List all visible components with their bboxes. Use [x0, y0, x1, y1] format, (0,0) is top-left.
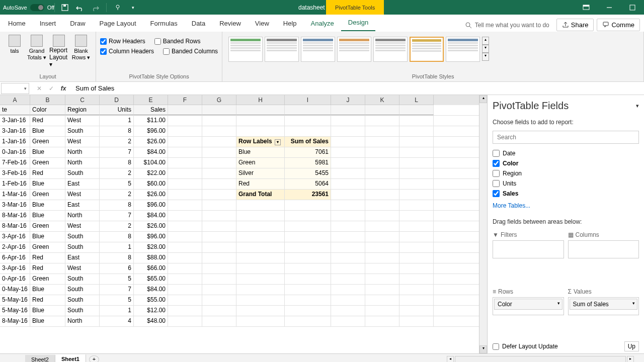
field-checkbox[interactable]: Region: [493, 170, 639, 177]
cell[interactable]: $11.00: [134, 116, 168, 126]
cell[interactable]: [285, 263, 331, 274]
subtotals-button[interactable]: tals: [4, 34, 25, 69]
cell[interactable]: [168, 158, 202, 168]
cell[interactable]: North: [65, 158, 100, 168]
cell[interactable]: Red: [30, 168, 65, 178]
cell[interactable]: [285, 211, 331, 221]
col-header[interactable]: H: [236, 95, 285, 105]
cell[interactable]: 2: [100, 168, 134, 178]
cell[interactable]: $26.00: [134, 190, 168, 200]
cell[interactable]: 7-Feb-16: [0, 158, 30, 168]
cell[interactable]: [202, 116, 236, 126]
rows-area[interactable]: ≡Rows Color: [493, 286, 564, 339]
cell[interactable]: [365, 147, 399, 157]
cell[interactable]: South: [65, 126, 100, 136]
cell[interactable]: [365, 126, 399, 136]
col-header[interactable]: A: [0, 95, 30, 105]
cell[interactable]: 5455: [285, 168, 331, 178]
col-header[interactable]: I: [285, 95, 331, 105]
cell[interactable]: [202, 105, 236, 115]
cell[interactable]: Units: [100, 105, 134, 115]
cell[interactable]: [236, 316, 285, 326]
cell[interactable]: 8: [100, 200, 134, 210]
scroll-down-icon[interactable]: ▾: [479, 345, 487, 353]
cell[interactable]: [236, 105, 285, 115]
cell[interactable]: [331, 295, 365, 305]
cell[interactable]: [399, 263, 434, 274]
cell[interactable]: [285, 306, 331, 316]
cell[interactable]: [331, 316, 365, 326]
cell[interactable]: 1: [100, 306, 134, 316]
cell[interactable]: 8-May-16: [0, 316, 30, 326]
cell[interactable]: [202, 221, 236, 231]
cell[interactable]: [285, 285, 331, 295]
cell[interactable]: [236, 126, 285, 136]
fieldlist-search[interactable]: [493, 131, 639, 144]
qat-more-icon[interactable]: ▾: [129, 4, 137, 12]
cell[interactable]: [168, 137, 202, 147]
cell[interactable]: Sales: [134, 105, 168, 115]
field-checkbox[interactable]: Units: [493, 180, 639, 187]
cell[interactable]: [168, 211, 202, 221]
cell[interactable]: [285, 253, 331, 263]
cell[interactable]: [168, 242, 202, 252]
cell[interactable]: 7: [100, 147, 134, 157]
cell[interactable]: 7061: [285, 147, 331, 157]
cell[interactable]: South: [65, 274, 100, 284]
cell[interactable]: [365, 168, 399, 178]
cell[interactable]: $66.00: [134, 263, 168, 274]
cell[interactable]: South: [65, 285, 100, 295]
cell[interactable]: $26.00: [134, 137, 168, 147]
cell[interactable]: [331, 190, 365, 200]
cell[interactable]: East: [65, 200, 100, 210]
style-thumb-4[interactable]: [337, 37, 371, 62]
maximize-button[interactable]: [621, 0, 644, 15]
cell[interactable]: [202, 179, 236, 189]
cell[interactable]: [399, 200, 434, 210]
toggle-switch[interactable]: [30, 4, 44, 11]
cell[interactable]: [236, 242, 285, 252]
cell[interactable]: Region: [65, 105, 100, 115]
cell[interactable]: North: [65, 316, 100, 326]
cell[interactable]: Green: [30, 242, 65, 252]
hscroll-track[interactable]: [455, 356, 626, 363]
cell[interactable]: [236, 211, 285, 221]
cell[interactable]: Blue: [30, 316, 65, 326]
cell[interactable]: $96.00: [134, 232, 168, 242]
cell[interactable]: [399, 221, 434, 231]
cell[interactable]: [202, 200, 236, 210]
cell[interactable]: [399, 306, 434, 316]
cell[interactable]: 3-Jan-16: [0, 126, 30, 136]
cell[interactable]: South: [65, 232, 100, 242]
cell[interactable]: te: [0, 105, 30, 115]
cell[interactable]: Red: [30, 116, 65, 126]
cell[interactable]: East: [65, 179, 100, 189]
cell[interactable]: $48.00: [134, 316, 168, 326]
cell[interactable]: [202, 137, 236, 147]
cell[interactable]: [285, 232, 331, 242]
cell[interactable]: [168, 285, 202, 295]
tab-analyze[interactable]: Analyze: [304, 16, 341, 31]
tab-review[interactable]: Review: [212, 16, 248, 31]
cell[interactable]: Blue: [30, 179, 65, 189]
cell[interactable]: [331, 274, 365, 284]
cell[interactable]: 1-Jan-16: [0, 137, 30, 147]
col-header[interactable]: J: [331, 95, 365, 105]
add-sheet-button[interactable]: +: [89, 355, 99, 363]
cell[interactable]: 3-Apr-16: [0, 263, 30, 274]
cell[interactable]: [331, 263, 365, 274]
cell[interactable]: [331, 126, 365, 136]
cell[interactable]: 7: [100, 211, 134, 221]
cell[interactable]: 2: [100, 221, 134, 231]
cell[interactable]: 2: [100, 137, 134, 147]
cell[interactable]: [399, 242, 434, 252]
cell[interactable]: [168, 306, 202, 316]
cell[interactable]: [331, 105, 365, 115]
values-area[interactable]: ΣValues Sum of Sales: [568, 286, 639, 339]
touch-mode-icon[interactable]: [114, 4, 122, 12]
tab-home[interactable]: Home: [1, 16, 33, 31]
tab-page-layout[interactable]: Page Layout: [93, 16, 143, 31]
cell[interactable]: Blue: [30, 211, 65, 221]
cell[interactable]: [168, 263, 202, 274]
cell[interactable]: Red: [30, 263, 65, 274]
